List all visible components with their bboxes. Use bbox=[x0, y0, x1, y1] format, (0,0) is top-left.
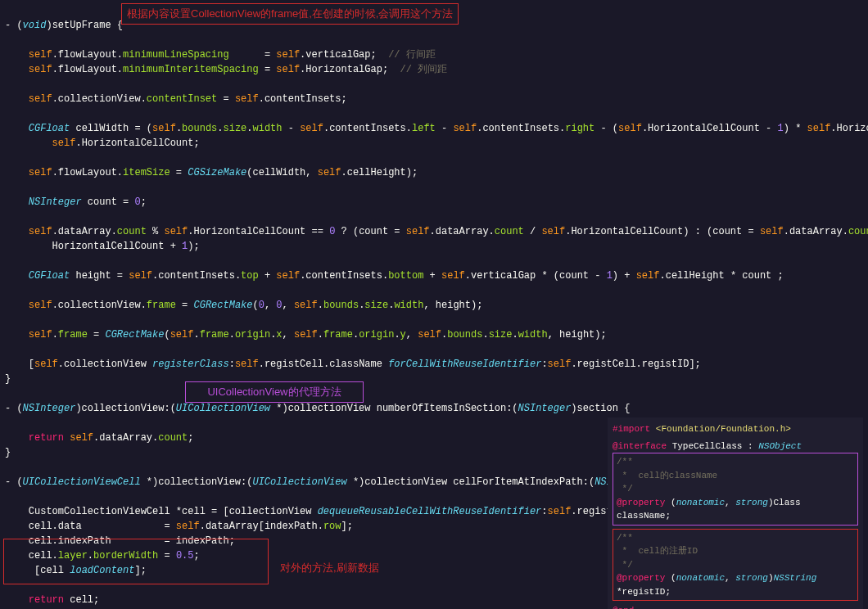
comment-interitemspacing: // 列间距 bbox=[400, 64, 448, 75]
property-classname-box: /** * cell的className */ @property (nonat… bbox=[613, 453, 858, 526]
loaddata-box bbox=[3, 539, 269, 584]
property-registid-box: /** * cell的注册ID */ @property (nonatomic,… bbox=[613, 529, 858, 602]
side-panel: #import <Foundation/Foundation.h> @inter… bbox=[608, 417, 863, 609]
type-void: void bbox=[23, 20, 47, 31]
method-setupframe: setUpFrame bbox=[52, 20, 111, 31]
comment-linespacing: // 行间距 bbox=[388, 49, 436, 61]
annotation-delegate: UICollectionView的代理方法 bbox=[185, 381, 364, 403]
annotation-setupframe: 根据内容设置CollectionView的frame值,在创建的时候,会调用这个… bbox=[121, 3, 459, 25]
annotation-loaddata: 对外的方法,刷新数据 bbox=[280, 560, 379, 576]
